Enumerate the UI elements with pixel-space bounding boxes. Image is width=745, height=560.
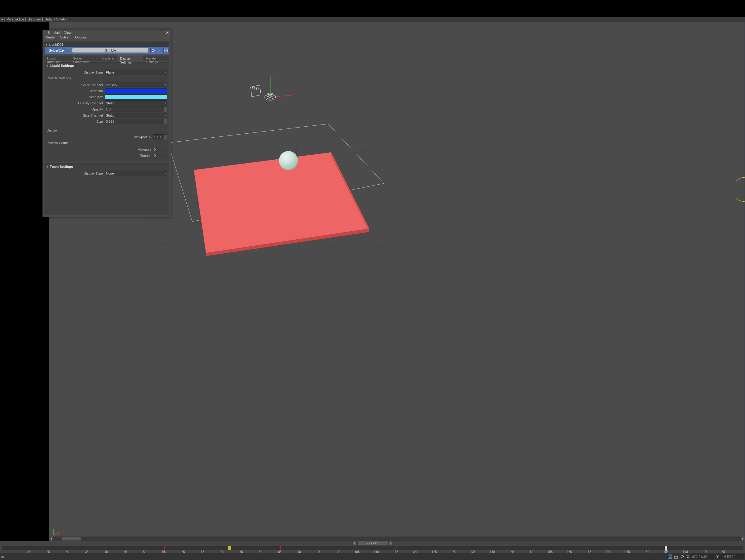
size-label: Size bbox=[47, 120, 105, 123]
rotate-gizmo[interactable] bbox=[736, 177, 745, 202]
simulation-view-panel: Simulation View ✕ Create Solver Options … bbox=[42, 30, 171, 217]
close-icon[interactable]: ✕ bbox=[165, 31, 169, 35]
timeline-track[interactable] bbox=[2, 546, 743, 550]
vp-view[interactable]: [Perspective ] bbox=[6, 18, 26, 21]
pc-render-label: Render bbox=[62, 154, 153, 158]
vp-quality[interactable]: [Standard ] bbox=[27, 18, 43, 21]
pc-render-value: 0 bbox=[153, 153, 167, 158]
viewport-pct-spinner[interactable]: 100.0 bbox=[153, 134, 167, 139]
sim-reset-icon[interactable] bbox=[151, 47, 156, 53]
world-origin-axes: z x bbox=[268, 73, 295, 101]
x-label: X: bbox=[687, 555, 690, 558]
panel-title-text: Simulation View bbox=[47, 31, 71, 34]
svg-rect-37 bbox=[668, 555, 672, 558]
svg-point-17 bbox=[267, 96, 273, 99]
particle-settings-heading: Particle Settings bbox=[47, 76, 167, 80]
tree-root[interactable]: ▾ Liquid001 bbox=[44, 42, 169, 47]
display-type-label: Display Type bbox=[47, 70, 105, 74]
caret-icon: ▾ bbox=[47, 64, 50, 67]
opacity-spinner[interactable]: 1.0 bbox=[105, 106, 167, 112]
opacity-channel-select[interactable]: Static bbox=[105, 100, 167, 106]
tab-display-settings[interactable]: Display Settings bbox=[117, 56, 143, 61]
foam-settings-title: Foam Settings bbox=[50, 165, 73, 168]
foam-settings-section: ▾ Foam Settings Display Type None bbox=[44, 163, 169, 215]
timeline-key[interactable] bbox=[164, 546, 165, 550]
liquid-settings-section: ▾ Liquid Settings Display Type Plane Par… bbox=[44, 62, 169, 162]
vp-shading[interactable]: [Default Shading ] bbox=[44, 18, 70, 21]
solver-tree: ▾ Liquid001 Solver01 ▶ Sim Idle bbox=[44, 41, 169, 54]
viewport-pct-label: Viewport % bbox=[62, 135, 153, 139]
scroll-right-icon[interactable]: ▶ bbox=[741, 536, 745, 541]
selection-lock-frame-icon[interactable] bbox=[667, 554, 673, 559]
svg-text:x: x bbox=[59, 532, 60, 534]
tab-render-settings[interactable]: Render Settings bbox=[143, 56, 169, 61]
tree-solver[interactable]: Solver01 ▶ Sim Idle bbox=[44, 47, 169, 54]
scroll-left-icon[interactable]: ◀ bbox=[49, 536, 53, 541]
viewport-horizontal-scrollbar[interactable]: ◀ ▶ bbox=[49, 536, 745, 541]
caret-icon: ▾ bbox=[46, 43, 48, 47]
color-max-label: Color Max bbox=[47, 95, 105, 99]
foam-display-type-select[interactable]: None bbox=[105, 171, 167, 176]
tree-solver-label: Solver01 bbox=[49, 48, 62, 52]
svg-text:x: x bbox=[293, 92, 294, 95]
foam-display-type-label: Display Type bbox=[47, 171, 105, 175]
svg-marker-36 bbox=[165, 137, 167, 139]
timeline-key[interactable] bbox=[280, 546, 281, 550]
timeline: < 72 / 272 > 202530354045505560657075808… bbox=[0, 541, 745, 553]
tab-caching[interactable]: Caching bbox=[99, 56, 117, 61]
tab-liquid-attributes[interactable]: Liquid Attributes bbox=[44, 56, 70, 61]
svg-text:z: z bbox=[272, 75, 273, 78]
svg-marker-32 bbox=[165, 109, 167, 111]
panel-menubar: Create Solver Options bbox=[43, 35, 171, 40]
frame-readout[interactable]: 72 / 272 bbox=[357, 541, 388, 545]
y-value[interactable]: -4'6 5/32" bbox=[719, 554, 744, 559]
particle-count-heading: Particle Count: bbox=[47, 141, 167, 145]
frame-next-button[interactable]: > bbox=[389, 541, 393, 545]
svg-rect-38 bbox=[669, 556, 671, 558]
viewport-label-bar: + ] [Perspective ] [Standard ] [Default … bbox=[0, 17, 745, 22]
pc-viewport-value: 0 bbox=[153, 147, 167, 152]
keyframe-icon[interactable] bbox=[679, 554, 685, 559]
sim-grid-icon[interactable] bbox=[163, 47, 169, 53]
size-spinner[interactable]: 0.335 bbox=[105, 119, 167, 124]
svg-line-24 bbox=[54, 533, 59, 535]
stop-icon[interactable] bbox=[67, 48, 70, 52]
svg-line-20 bbox=[268, 97, 270, 100]
svg-line-19 bbox=[270, 95, 294, 97]
timeline-key[interactable] bbox=[395, 546, 396, 550]
panel-titlebar[interactable]: Simulation View ✕ bbox=[43, 30, 171, 35]
liquid-plane[interactable] bbox=[169, 152, 371, 256]
timeline-playhead[interactable] bbox=[228, 546, 231, 550]
sim-link-icon[interactable] bbox=[157, 47, 162, 53]
vp-plus[interactable]: + ] bbox=[1, 18, 5, 21]
liquid-settings-header[interactable]: ▾ Liquid Settings bbox=[47, 64, 167, 67]
color-channel-select[interactable]: vorticity bbox=[105, 82, 167, 87]
scroll-thumb[interactable] bbox=[62, 537, 80, 540]
color-min-swatch[interactable] bbox=[105, 88, 167, 93]
frame-prev-button[interactable]: < bbox=[353, 541, 356, 545]
pc-viewport-label: Viewport bbox=[62, 148, 153, 152]
lock-icon[interactable] bbox=[673, 554, 679, 559]
play-icon[interactable]: ▶ bbox=[62, 48, 66, 53]
size-channel-label: Size Channel bbox=[47, 113, 105, 117]
svg-marker-33 bbox=[165, 120, 167, 121]
sim-status: Sim Idle bbox=[72, 48, 148, 53]
size-channel-select[interactable]: Static bbox=[105, 112, 167, 118]
foam-settings-header[interactable]: ▾ Foam Settings bbox=[47, 165, 167, 168]
color-max-swatch[interactable] bbox=[105, 94, 167, 99]
tab-solver-parameters[interactable]: Solver Parameters bbox=[70, 56, 99, 61]
scene-helper-icons bbox=[249, 83, 282, 106]
menu-solver[interactable]: Solver bbox=[60, 35, 70, 40]
svg-marker-40 bbox=[681, 555, 684, 558]
display-type-select[interactable]: Plane bbox=[105, 70, 167, 75]
menu-create[interactable]: Create bbox=[44, 35, 55, 40]
opacity-channel-label: Opacity Channel bbox=[47, 101, 105, 105]
liquid-settings-title: Liquid Settings bbox=[50, 64, 74, 67]
color-channel-label: Color Channel bbox=[47, 83, 105, 87]
grip-icon bbox=[44, 31, 46, 34]
color-min-label: Color Min bbox=[47, 89, 105, 93]
svg-point-16 bbox=[265, 94, 276, 100]
menu-options[interactable]: Options bbox=[75, 35, 87, 40]
sphere-object[interactable] bbox=[279, 151, 298, 170]
x-value[interactable]: 10'0 21/32" bbox=[690, 554, 714, 559]
